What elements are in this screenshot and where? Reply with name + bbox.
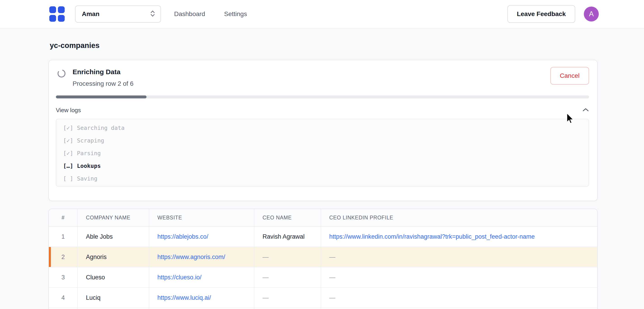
website-link[interactable]: https://www.agnoris.com/ [158, 254, 225, 260]
leave-feedback-button[interactable]: Leave Feedback [508, 5, 575, 23]
column-header-linkedin: CEO LINKEDIN PROFILE [321, 209, 597, 226]
website-cell: https://www.luciq.ai/ [149, 288, 254, 308]
log-status-marker: [✓] [63, 137, 73, 144]
logo-square [49, 6, 56, 13]
log-step-label: Scraping [77, 137, 104, 144]
ceo-cell: — [254, 247, 321, 267]
updown-chevron-icon [150, 10, 156, 18]
empty-value-dash: — [262, 274, 269, 281]
table-row: 3 Clueso https://clueso.io/ — — [49, 267, 597, 288]
empty-value-dash: — [262, 254, 269, 260]
company-cell: Agnoris [78, 247, 149, 267]
linkedin-cell: — [321, 288, 597, 308]
enrichment-header: Enriching Data Processing row 2 of 6 Can… [56, 67, 589, 88]
companies-table-card: # COMPANY NAME WEBSITE CEO NAME CEO LINK… [48, 208, 598, 309]
company-cell: Luciq [78, 288, 149, 308]
page-title: yc-companies [50, 41, 598, 50]
enrichment-texts: Enriching Data Processing row 2 of 6 [72, 67, 134, 88]
log-status-marker: [✓] [63, 125, 73, 131]
column-header-company: COMPANY NAME [78, 209, 149, 226]
log-line: [ ]Saving [63, 172, 582, 185]
empty-value-dash: — [329, 294, 335, 301]
avatar[interactable]: A [584, 6, 599, 22]
log-line: […]Lookups [63, 160, 582, 172]
log-line: [✓]Parsing [63, 147, 582, 160]
spinner-icon [57, 69, 66, 79]
log-line: [✓]Searching data [63, 122, 582, 134]
log-step-label: Saving [77, 175, 97, 182]
log-output-panel: [✓]Searching data [✓]Scraping [✓]Parsing… [56, 119, 589, 186]
ceo-cell: — [254, 288, 321, 308]
website-link[interactable]: https://www.luciq.ai/ [158, 294, 211, 301]
main-content: yc-companies Enriching Data Processing r… [48, 41, 598, 309]
enrichment-title: Enriching Data [72, 67, 134, 77]
ceo-cell: Ravish Agrawal [254, 226, 321, 247]
log-status-marker: [ ] [63, 175, 73, 182]
website-cell: https://clueso.io/ [149, 267, 254, 288]
company-cell: Able Jobs [78, 226, 149, 247]
row-number-cell: 3 [49, 267, 78, 288]
table-row-partial [49, 308, 597, 309]
progress-bar-fill [56, 96, 146, 98]
logo-square [58, 15, 65, 22]
column-header-index: # [49, 209, 78, 226]
company-cell: Clueso [78, 267, 149, 288]
cancel-button[interactable]: Cancel [550, 67, 589, 84]
nav-left-group: Aman Dashboard Settings [49, 6, 247, 22]
enrichment-card: Enriching Data Processing row 2 of 6 Can… [48, 60, 598, 201]
nav-item-dashboard[interactable]: Dashboard [174, 10, 205, 18]
chevron-up-icon [582, 108, 589, 113]
nav-right-group: Leave Feedback A [508, 5, 599, 23]
log-status-marker: […] [63, 163, 73, 169]
view-logs-toggle[interactable]: View logs [56, 105, 589, 115]
linkedin-cell: — [321, 247, 597, 267]
row-number-cell: 2 [49, 247, 78, 267]
log-line: [✓]Scraping [63, 134, 582, 147]
progress-bar-track [56, 96, 589, 98]
enrichment-status: Processing row 2 of 6 [72, 79, 134, 88]
view-logs-label: View logs [56, 107, 81, 114]
logo-square [58, 6, 65, 13]
log-step-label: Parsing [77, 150, 100, 156]
log-status-marker: [✓] [63, 150, 73, 156]
table-row: 4 Luciq https://www.luciq.ai/ — — [49, 288, 597, 308]
row-number-cell: 1 [49, 226, 78, 247]
website-cell: https://www.agnoris.com/ [149, 247, 254, 267]
app-logo grid-logo-icon[interactable] [49, 6, 65, 22]
workspace-selector[interactable]: Aman [75, 6, 161, 22]
companies-table: # COMPANY NAME WEBSITE CEO NAME CEO LINK… [49, 209, 597, 309]
table-header-row: # COMPANY NAME WEBSITE CEO NAME CEO LINK… [49, 209, 597, 226]
row-number-cell: 4 [49, 288, 78, 308]
linkedin-link[interactable]: https://www.linkedin.com/in/ravishagrawa… [329, 233, 535, 240]
column-header-website: WEBSITE [149, 209, 254, 226]
empty-value-dash: — [262, 294, 269, 301]
table-row: 1 Able Jobs https://ablejobs.co/ Ravish … [49, 226, 597, 247]
table-row-active: 2 Agnoris https://www.agnoris.com/ — — [49, 247, 597, 267]
workspace-name: Aman [82, 10, 100, 18]
nav-item-settings[interactable]: Settings [224, 10, 247, 18]
website-link[interactable]: https://ablejobs.co/ [158, 233, 208, 240]
empty-value-dash: — [329, 274, 335, 281]
top-nav: Aman Dashboard Settings Leave Feedback A [0, 0, 644, 28]
linkedin-cell: — [321, 267, 597, 288]
column-header-ceo: CEO NAME [254, 209, 321, 226]
log-step-label: Lookups [77, 163, 100, 169]
website-cell: https://ablejobs.co/ [149, 226, 254, 247]
linkedin-cell: https://www.linkedin.com/in/ravishagrawa… [321, 226, 597, 247]
empty-value-dash: — [329, 254, 335, 260]
primary-nav: Dashboard Settings [174, 10, 247, 18]
log-step-label: Searching data [77, 125, 124, 131]
logo-square [49, 15, 56, 22]
ceo-cell: — [254, 267, 321, 288]
website-link[interactable]: https://clueso.io/ [158, 274, 202, 281]
